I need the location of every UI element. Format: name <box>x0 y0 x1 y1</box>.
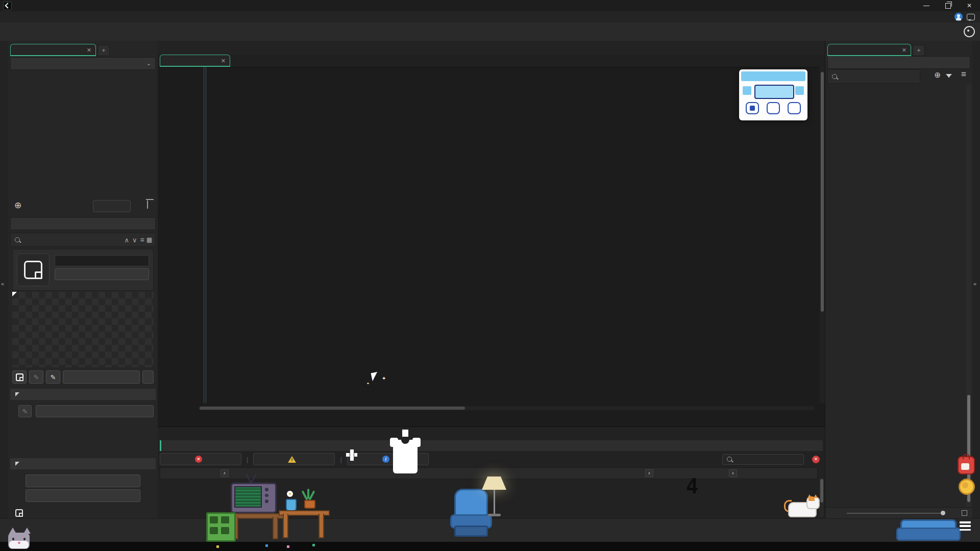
asset-tree <box>826 84 965 507</box>
chat-icon[interactable] <box>967 14 975 20</box>
edit-sprite-button[interactable]: ✎ <box>29 370 43 384</box>
chevron-down-icon: ⌄ <box>146 60 151 67</box>
plus-button[interactable] <box>795 86 804 95</box>
object-name-field[interactable] <box>55 255 149 266</box>
menu-bar <box>0 11 980 23</box>
coin-icon[interactable] <box>959 479 975 495</box>
errors-filter-button[interactable]: ✕ <box>160 453 241 465</box>
account-avatar[interactable] <box>954 13 963 21</box>
inspector-search[interactable]: ∧ ∨ ≡ ▦ <box>10 233 156 247</box>
editor-horizontal-scrollbar[interactable] <box>199 406 815 410</box>
add-event-button[interactable] <box>26 474 140 487</box>
tab-create-event[interactable]: ✕ <box>160 55 230 67</box>
pet-menu-icon[interactable] <box>960 521 971 531</box>
inventory-backpack-icon[interactable] <box>958 456 975 474</box>
search-icon <box>727 457 732 462</box>
pet-vase <box>286 499 297 511</box>
dock-scrollbar[interactable] <box>819 478 824 517</box>
stop-button[interactable] <box>746 102 759 114</box>
close-icon[interactable]: ✕ <box>87 47 91 54</box>
timer-display <box>754 85 794 99</box>
menu-icon[interactable]: ≡ <box>961 69 966 80</box>
error-icon: ✕ <box>195 456 202 463</box>
toolbar <box>0 22 980 41</box>
sprite-selector[interactable] <box>63 370 140 384</box>
search-next-icon[interactable]: ∨ <box>132 236 137 244</box>
paint-sprite-button[interactable]: ✎ <box>46 370 60 384</box>
pet-cat-face <box>8 530 32 550</box>
add-sprite-button[interactable] <box>12 370 27 384</box>
pet-cat <box>788 497 820 517</box>
code-text-area[interactable] <box>158 67 820 403</box>
gamemaker-ide: { "window": { "title": "desktop_pet - Ga… <box>0 0 980 551</box>
sparkle-icon: ✦ <box>366 382 370 386</box>
event-item-create[interactable] <box>15 509 27 517</box>
filter-icon[interactable] <box>946 71 952 79</box>
object-preview <box>17 254 50 286</box>
list-view-icon[interactable]: ≡ <box>140 236 144 244</box>
zoom-slider[interactable] <box>847 513 945 514</box>
editor-vertical-scrollbar[interactable] <box>820 67 825 403</box>
sort-button[interactable]: ∧ <box>729 468 737 479</box>
clear-messages-button[interactable]: ✕ <box>812 456 820 463</box>
resize-handle[interactable] <box>12 292 17 296</box>
collapse-triangle-icon <box>15 462 19 466</box>
collapse-right-icon[interactable]: » <box>973 281 976 287</box>
feather-search-input[interactable] <box>722 454 804 465</box>
pixel-number-4: 4 <box>686 474 698 498</box>
view-toggle-icon[interactable] <box>962 510 967 516</box>
bottom-black-strip <box>0 542 980 551</box>
add-layer-icon[interactable]: ⊕ <box>14 200 21 211</box>
close-icon[interactable]: ✕ <box>902 47 906 54</box>
add-asset-icon[interactable]: ⊕ <box>934 70 941 80</box>
tab-inspector[interactable]: ✕ <box>10 44 96 56</box>
collision-mask-dropdown[interactable] <box>36 405 154 417</box>
inherit-button[interactable] <box>93 200 131 212</box>
minus-button[interactable] <box>743 86 751 95</box>
pixel-item <box>216 545 219 548</box>
collision-mask-edit-button[interactable]: ✎ <box>18 405 32 417</box>
grid-view-icon[interactable]: ▦ <box>146 236 152 243</box>
layers-dropdown[interactable]: ⌄ <box>10 57 156 70</box>
search-prev-icon[interactable]: ∧ <box>124 236 129 244</box>
pet-tv <box>231 479 282 515</box>
stop-icon <box>750 106 755 111</box>
workspace-tab-bar <box>158 41 825 55</box>
pomodoro-title-bar[interactable] <box>741 71 805 81</box>
warnings-filter-button[interactable] <box>253 453 335 465</box>
add-tab-button[interactable]: + <box>913 45 925 56</box>
delete-layer-icon[interactable] <box>147 201 148 208</box>
open-editor-button[interactable] <box>55 268 149 280</box>
diagnostic-counts: ✕ | | i ✕ <box>160 453 823 466</box>
asset-search-input[interactable] <box>827 69 920 84</box>
properties-section-header[interactable] <box>10 389 156 400</box>
asset-browser-panel: ✕ + ⊕ ≡ <box>825 41 972 518</box>
add-tab-button[interactable]: + <box>97 45 110 56</box>
object-icon <box>24 261 42 279</box>
asset-footer <box>825 507 972 518</box>
restore-icon <box>945 3 951 9</box>
sprite-more-button[interactable] <box>142 370 154 384</box>
search-icon <box>832 74 837 79</box>
target-device-icon[interactable] <box>964 26 975 37</box>
pixel-item <box>265 544 268 547</box>
pet-shelf <box>206 512 236 542</box>
events-section-header[interactable] <box>10 458 156 469</box>
deep-sleep-button[interactable] <box>788 102 801 114</box>
close-button[interactable]: ✕ <box>959 0 980 11</box>
sort-button[interactable]: ∧ <box>645 468 653 479</box>
open-editor-events-button[interactable] <box>26 489 140 502</box>
close-icon[interactable]: ✕ <box>221 58 226 64</box>
sort-button[interactable]: ∧ <box>220 468 229 479</box>
collapse-left-icon[interactable]: « <box>1 281 4 287</box>
sleep-button[interactable] <box>767 102 780 114</box>
asset-tree-scrollbar[interactable] <box>966 85 971 507</box>
pomodoro-widget[interactable] <box>739 69 807 120</box>
inspector-target-dropdown[interactable] <box>10 217 156 230</box>
tab-assets[interactable]: ✕ <box>827 44 911 56</box>
sparkle-icon: ✦ <box>382 375 386 381</box>
maximize-button[interactable] <box>937 0 959 11</box>
minimize-button[interactable]: — <box>916 0 937 11</box>
warning-icon <box>288 456 296 463</box>
dock-panel-title <box>160 440 823 451</box>
